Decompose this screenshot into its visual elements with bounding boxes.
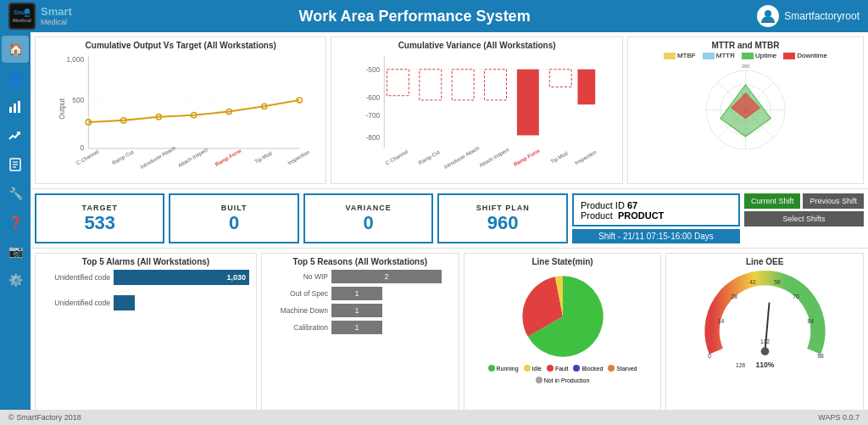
- sidebar-item-camera[interactable]: 📷: [2, 238, 29, 265]
- svg-text:Inspection: Inspection: [287, 148, 311, 166]
- page-title: Work Area Performance System: [299, 8, 531, 25]
- svg-text:14: 14: [718, 318, 725, 324]
- svg-text:200: 200: [741, 64, 750, 69]
- svg-point-67: [760, 347, 769, 355]
- svg-rect-42: [453, 70, 475, 100]
- legend-starved: Starved: [608, 365, 637, 372]
- reasons-title: Top 5 Reasons (All Workstations): [269, 257, 452, 266]
- svg-text:-700: -700: [366, 111, 381, 120]
- sidebar-item-trends[interactable]: [2, 122, 29, 149]
- sidebar-item-help[interactable]: ❓: [2, 209, 29, 236]
- svg-rect-44: [517, 70, 539, 136]
- line-state-legend: Running Idle Fault Blocked: [471, 365, 654, 383]
- target-metric: TARGET 533: [35, 193, 164, 243]
- svg-text:126: 126: [736, 362, 745, 368]
- svg-text:Ramp Cut: Ramp Cut: [418, 148, 442, 165]
- svg-rect-41: [420, 70, 442, 100]
- svg-text:Medical: Medical: [13, 18, 31, 23]
- logo-text: Smart Medical: [41, 5, 72, 27]
- mtbf-color: [664, 53, 676, 59]
- legend-running: Running: [488, 365, 519, 372]
- reason-bar-4: 1: [331, 321, 382, 334]
- alarm-bar-1: 1,030: [114, 270, 249, 285]
- cumulative-output-chart: Cumulative Output Vs Target (All Worksta…: [35, 36, 326, 184]
- svg-text:Inspection: Inspection: [574, 148, 598, 166]
- reason-row-2: Out of Spec 1: [269, 287, 452, 300]
- cumulative-variance-title: Cumulative Variance (All Workstations): [338, 41, 615, 50]
- footer: © SmartFactory 2018 WAPS 0.0.7: [0, 410, 868, 425]
- reason-bar-2: 1: [331, 287, 382, 300]
- sidebar-item-tools[interactable]: 🔧: [2, 180, 29, 207]
- alarms-panel: Top 5 Alarms (All Workstations) Unidenti…: [35, 253, 257, 414]
- alarm-label-1: Unidentified code: [42, 273, 110, 282]
- shift-plan-value: 960: [487, 212, 519, 234]
- legend-fault: Fault: [547, 365, 569, 372]
- svg-text:Output: Output: [58, 98, 66, 120]
- target-label: TARGET: [82, 204, 118, 212]
- line-state-gauge: Running Idle Fault Blocked: [471, 270, 654, 383]
- variance-value: 0: [364, 212, 374, 234]
- sidebar-item-settings[interactable]: ⚙️: [2, 266, 29, 294]
- current-shift-button[interactable]: Current Shift: [744, 193, 801, 209]
- svg-text:110%: 110%: [755, 361, 774, 369]
- uptime-color: [742, 53, 754, 59]
- product-id-row: Product ID 67: [581, 200, 732, 210]
- user-avatar: [757, 5, 779, 27]
- line-oee-title: Line OEE: [673, 257, 856, 266]
- svg-rect-46: [578, 70, 596, 104]
- svg-text:42: 42: [749, 279, 756, 285]
- svg-text:Introducer Attach: Introducer Attach: [443, 144, 481, 170]
- product-name: PRODUCT: [618, 210, 664, 221]
- svg-point-5: [765, 10, 771, 17]
- target-value: 533: [84, 212, 115, 234]
- reason-bar-3: 1: [331, 304, 382, 317]
- svg-text:112: 112: [760, 338, 770, 344]
- charts-row: Cumulative Output Vs Target (All Worksta…: [31, 32, 868, 189]
- shift-plan-label: SHIFT PLAN: [476, 204, 530, 212]
- built-value: 0: [229, 212, 239, 234]
- product-name-row: Product PRODUCT: [581, 210, 732, 221]
- svg-rect-7: [14, 103, 16, 113]
- sidebar-item-user[interactable]: 👤: [2, 64, 29, 92]
- previous-shift-button[interactable]: Previous Shift: [803, 193, 864, 209]
- svg-text:0: 0: [708, 353, 711, 359]
- reason-row-1: No WIP 2: [269, 270, 452, 283]
- sidebar-item-reports[interactable]: [2, 151, 29, 178]
- alarm-label-2: Unidentified code: [42, 299, 110, 307]
- header: Smart Medical Smart Medical Work Area Pe…: [0, 0, 868, 32]
- cumulative-output-svg: 1,000 500 0 Output C Channel Ramp Cut In…: [42, 52, 319, 171]
- svg-text:-500: -500: [366, 65, 381, 74]
- svg-rect-45: [550, 70, 572, 87]
- user-info: Smartfactoryroot: [757, 5, 860, 27]
- line-oee-panel: Line OEE: [665, 253, 864, 414]
- shift-plan-metric: SHIFT PLAN 960: [437, 193, 567, 243]
- legend-not-in-prod: Not in Production: [536, 377, 590, 383]
- svg-text:84: 84: [807, 318, 814, 324]
- svg-text:Attach Inspect: Attach Inspect: [177, 146, 209, 168]
- oee-svg: 0 14 28 42 56 70 84 98 112 110% 126: [699, 270, 831, 376]
- svg-rect-43: [485, 70, 507, 100]
- svg-text:Ramp Form: Ramp Form: [513, 147, 542, 167]
- metrics-row: TARGET 533 BUILT 0 VARIANCE 0 SHIFT PLAN…: [31, 189, 868, 249]
- main-content: Cumulative Output Vs Target (All Worksta…: [31, 32, 868, 418]
- logo-icon: Smart Medical: [8, 3, 36, 30]
- sidebar-item-analytics[interactable]: [2, 93, 29, 120]
- sidebar-item-home[interactable]: 🏠: [2, 36, 29, 63]
- sidebar: 🏠 👤 🔧 ❓ 📷 ⚙️: [0, 32, 31, 425]
- logo: Smart Medical Smart Medical: [8, 3, 72, 30]
- oee-gauge-container: 0 14 28 42 56 70 84 98 112 110% 126: [673, 270, 856, 376]
- legend-idle: Idle: [524, 365, 542, 372]
- built-metric: BUILT 0: [169, 193, 298, 243]
- reason-row-3: Machine Down 1: [269, 304, 452, 317]
- svg-rect-0: [10, 4, 34, 28]
- downtime-color: [783, 53, 795, 59]
- svg-text:Tip Mod: Tip Mod: [550, 149, 570, 164]
- select-shifts-button[interactable]: Select Shifts: [744, 211, 864, 226]
- reason-bar-1: 2: [331, 270, 442, 283]
- svg-text:C Channel: C Channel: [385, 148, 409, 166]
- mttr-title: MTTR and MTBR: [635, 41, 856, 50]
- alarm-row-2: Unidentified code: [42, 295, 249, 310]
- reason-row-4: Calibration 1: [269, 321, 452, 334]
- version: WAPS 0.0.7: [818, 413, 860, 422]
- svg-text:Tip Mod: Tip Mod: [253, 149, 273, 164]
